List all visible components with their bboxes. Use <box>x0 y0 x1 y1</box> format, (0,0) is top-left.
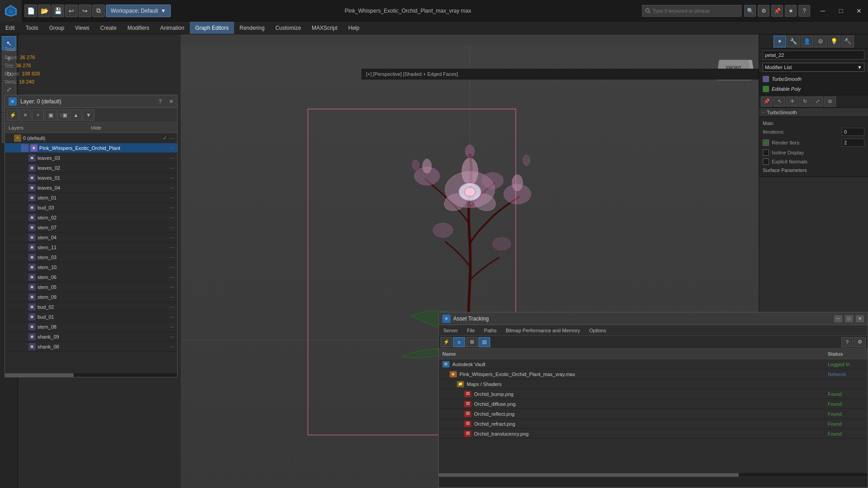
list-item[interactable]: ▣ stem_05 — <box>5 282 177 292</box>
menu-group[interactable]: Group <box>44 22 70 34</box>
mod-scale-btn[interactable]: ⤢ <box>812 97 823 107</box>
search-input[interactable] <box>652 8 725 14</box>
menu-animation[interactable]: Animation <box>155 22 190 34</box>
asset-table-body[interactable]: 🏛 Autodesk Vault Logged In ▣ Pink_Whispe… <box>439 359 868 472</box>
list-item[interactable]: ▣ stem_11 — <box>5 242 177 252</box>
list-item[interactable]: ▣ stem_06 — <box>5 272 177 282</box>
layers-list[interactable]: ≡ 0 (default) ✓ — ▣ Pink_Whispers_Exotic… <box>5 133 177 372</box>
menu-customize[interactable]: Customize <box>270 22 306 34</box>
render-iters-checkbox[interactable] <box>763 139 769 146</box>
asset-row-vault[interactable]: 🏛 Autodesk Vault Logged In <box>439 359 868 369</box>
list-item[interactable]: ▣ stem_02 — <box>5 213 177 223</box>
list-item[interactable]: ▣ bud_02 — <box>5 302 177 312</box>
maximize-btn[interactable]: □ <box>832 5 850 17</box>
list-item[interactable]: ▣ leaves_03 — <box>5 153 177 163</box>
asset-tb-btn1[interactable]: ⚡ <box>441 337 452 347</box>
asset-row-maxfile[interactable]: ▣ Pink_Whispers_Exotic_Orchid_Plant_max_… <box>439 369 868 379</box>
asset-tb-btn2[interactable]: ≡ <box>453 337 465 347</box>
motion-tab[interactable]: ⚙ <box>814 36 827 47</box>
menu-views[interactable]: Views <box>70 22 95 34</box>
turbosmooth-expand-bar[interactable]: ─ TurboSmooth <box>759 108 868 117</box>
asset-horizontal-scrollbar[interactable] <box>439 472 868 477</box>
reference-btn[interactable]: ⧉ <box>92 5 105 17</box>
layers-tb-refresh[interactable]: ⚡ <box>7 110 19 121</box>
asset-row-diffuse[interactable]: 🖼 Orchid_diffuse.png Found <box>439 399 868 409</box>
star-btn[interactable]: ★ <box>785 5 797 17</box>
isoline-checkbox[interactable] <box>763 149 769 156</box>
workspace-button[interactable]: Workspace: Default ▼ <box>106 5 171 17</box>
mod-link-btn[interactable]: ⧉ <box>824 97 836 107</box>
list-item[interactable]: ≡ 0 (default) ✓ — <box>5 133 177 143</box>
menu-help[interactable]: Help <box>343 22 365 34</box>
pin-btn[interactable]: 📌 <box>771 5 783 17</box>
modifier-turbosmooth[interactable]: TurboSmooth <box>760 74 867 84</box>
list-item[interactable]: ▣ leaves_04 — <box>5 183 177 193</box>
menu-graph-editors[interactable]: Graph Editors <box>190 22 234 34</box>
object-name-input[interactable] <box>763 51 864 60</box>
utilities-tab[interactable]: 🔨 <box>841 36 854 47</box>
asset-menu-server[interactable]: Server <box>439 325 462 335</box>
iterations-spinner[interactable]: 0 <box>842 128 864 136</box>
mod-select-btn[interactable]: ↖ <box>774 97 785 107</box>
list-item[interactable]: ▣ Pink_Whispers_Exotic_Orchid_Plant — <box>5 143 177 153</box>
new-btn[interactable]: 📄 <box>24 5 37 17</box>
asset-menu-bitmap[interactable]: Bitmap Performance and Memory <box>501 325 584 335</box>
asset-row-refract[interactable]: 🖼 Orchid_refract.png Found <box>439 419 868 429</box>
list-item[interactable]: ▣ bud_01 — <box>5 312 177 322</box>
list-item[interactable]: ▣ shank_09 — <box>5 332 177 342</box>
list-item[interactable]: ▣ stem_04 — <box>5 232 177 242</box>
asset-menu-options[interactable]: Options <box>585 325 611 335</box>
asset-row-reflect[interactable]: 🖼 Orchid_reflect.png Found <box>439 409 868 419</box>
list-item[interactable]: ▣ stem_08 — <box>5 322 177 332</box>
help-btn[interactable]: ? <box>798 5 810 17</box>
mod-pin-btn[interactable]: 📌 <box>761 97 773 107</box>
create-tab[interactable]: ✦ <box>774 36 786 47</box>
layers-help-btn[interactable]: ? <box>159 98 162 105</box>
redo-btn[interactable]: ↪ <box>79 5 91 17</box>
modify-tab[interactable]: 🔧 <box>787 36 800 47</box>
layers-tb-delete[interactable]: ✕ <box>19 110 31 121</box>
layers-tb-add[interactable]: + <box>32 110 44 121</box>
nav-cube[interactable]: FRONT <box>718 50 754 86</box>
search-advanced-btn[interactable]: 🔍 <box>744 5 756 17</box>
list-item[interactable]: ▣ stem_09 — <box>5 292 177 302</box>
asset-minimize-btn[interactable]: ─ <box>834 315 842 322</box>
asset-close-btn[interactable]: ✕ <box>856 315 864 322</box>
asset-row-translucency[interactable]: 🖼 Orchid_translucency.png Found <box>439 429 868 439</box>
search-bar[interactable] <box>642 5 741 17</box>
list-item[interactable]: ▣ stem_10 — <box>5 262 177 272</box>
asset-settings-btn[interactable]: ⚙ <box>854 337 866 347</box>
layers-tb-select[interactable]: ▣ <box>45 110 56 121</box>
list-item[interactable]: ▣ stem_03 — <box>5 252 177 262</box>
undo-btn[interactable]: ↩ <box>65 5 78 17</box>
list-item[interactable]: ▣ leaves_02 — <box>5 163 177 173</box>
menu-modifiers[interactable]: Modifiers <box>122 22 155 34</box>
modifier-dropdown[interactable]: Modifier List ▼ <box>763 63 864 72</box>
list-item[interactable]: ▣ leaves_01 — <box>5 173 177 183</box>
menu-create[interactable]: Create <box>95 22 122 34</box>
layers-tb-move[interactable]: ↑▣ <box>57 110 69 121</box>
list-item[interactable]: ▣ bud_03 — <box>5 203 177 213</box>
save-btn[interactable]: 💾 <box>52 5 64 17</box>
layers-scrollbar[interactable] <box>5 372 177 377</box>
asset-menu-paths[interactable]: Paths <box>479 325 501 335</box>
asset-menu-file[interactable]: File <box>462 325 479 335</box>
layers-close-btn[interactable]: ✕ <box>169 98 174 105</box>
menu-edit[interactable]: Edit <box>0 22 20 34</box>
explicit-normals-checkbox[interactable] <box>763 158 769 165</box>
mod-rotate-btn[interactable]: ↻ <box>799 97 811 107</box>
asset-tb-btn3[interactable]: ⊞ <box>466 337 478 347</box>
display-tab[interactable]: 💡 <box>828 36 840 47</box>
asset-row-maps[interactable]: 📁 Maps / Shaders <box>439 379 868 389</box>
modifier-editable-poly[interactable]: Editable Poly <box>760 84 867 94</box>
open-btn[interactable]: 📂 <box>38 5 51 17</box>
render-iters-spinner[interactable]: 2 <box>842 139 864 147</box>
asset-tb-btn4[interactable]: ▤ <box>479 337 490 347</box>
list-item[interactable]: ▣ shank_08 — <box>5 342 177 352</box>
settings-btn[interactable]: ⚙ <box>758 5 769 17</box>
mod-move-btn[interactable]: ✛ <box>786 97 798 107</box>
asset-row-bump[interactable]: 🖼 Orchid_bump.png Found <box>439 389 868 399</box>
layers-tb-down[interactable]: ▼ <box>83 110 94 121</box>
layers-tb-up[interactable]: ▲ <box>70 110 82 121</box>
close-btn[interactable]: ✕ <box>850 5 868 17</box>
